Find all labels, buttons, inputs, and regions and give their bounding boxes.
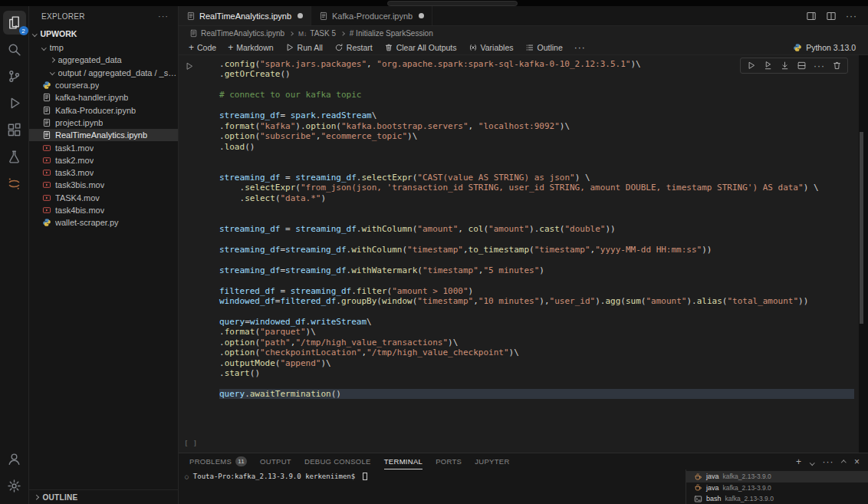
toolbar-more-button[interactable]: ··· <box>574 44 586 51</box>
file-tree-item[interactable]: task1.mov <box>29 141 178 153</box>
chevron-right-icon <box>50 58 54 62</box>
bash-icon <box>694 495 702 503</box>
file-tree-item[interactable]: project.ipynb <box>29 117 178 129</box>
delete-cell-icon[interactable] <box>832 61 842 71</box>
modified-dot-icon[interactable] <box>419 13 424 18</box>
panel-tab-terminal[interactable]: TERMINAL <box>384 453 422 469</box>
file-tree-item[interactable]: task2.mov <box>29 154 178 166</box>
run-all-button[interactable]: Run All <box>285 43 323 52</box>
file-name: task3.mov <box>55 168 94 177</box>
terminal-title: kafka_2.13-3.9.0 <box>723 473 771 480</box>
settings-icon[interactable] <box>3 474 26 498</box>
close-panel-icon[interactable]: × <box>854 458 860 466</box>
more-actions-icon[interactable]: ··· <box>814 62 825 70</box>
file-name: task2.mov <box>55 156 94 165</box>
kernel-picker[interactable]: Python 3.13.0 <box>793 43 868 52</box>
explorer-icon[interactable]: 2 <box>3 11 26 35</box>
file-name: task3bis.mov <box>55 180 104 189</box>
variables-button[interactable]: Variables <box>469 43 514 52</box>
editor-tab-bar: RealTimeAnalytics.ipynbKafka-Producer.ip… <box>179 6 868 26</box>
notebook-toolbar: +Code+MarkdownRun AllRestartClear All Ou… <box>179 41 868 55</box>
terminal-list: javakafka_2.13-3.9.0javakafka_2.13-3.9.0… <box>686 469 868 504</box>
file-tree-item[interactable]: RealTimeAnalytics.ipynb <box>29 129 178 141</box>
button-label: Markdown <box>236 43 273 52</box>
modified-dot-icon[interactable] <box>298 13 303 18</box>
split-editor-icon[interactable] <box>826 11 837 21</box>
file-tree-item[interactable]: task3bis.mov <box>29 179 178 191</box>
breadcrumb-label: TASK 5 <box>310 29 336 38</box>
launch-profile-icon[interactable] <box>810 456 814 467</box>
sidebar-more-icon[interactable]: ··· <box>158 12 169 21</box>
file-tree-item[interactable]: kafka-handler.ipynb <box>29 91 178 104</box>
maximize-panel-icon[interactable] <box>842 456 846 467</box>
terminal-process-name: java <box>706 473 719 480</box>
terminal[interactable]: ○ Touta-Pro:kafka_2.13-3.9.0 kerkeniimen… <box>179 469 686 504</box>
file-tree-item[interactable]: task3.mov <box>29 166 178 179</box>
workspace-header[interactable]: UPWORK <box>29 26 178 41</box>
panel-tab-output[interactable]: OUTPUT <box>260 453 291 469</box>
clear-all-outputs-button[interactable]: Clear All Outputs <box>384 43 457 52</box>
terminal-list-item[interactable]: javakafka_2.13-3.9.0 <box>686 471 868 483</box>
sidebar-header: EXPLORER ··· <box>29 6 178 26</box>
file-tree-item[interactable]: tmp <box>29 41 178 54</box>
panel-tab-label: JUPYTER <box>475 457 509 466</box>
outline-button[interactable]: Outline <box>525 43 563 52</box>
file-tree-item[interactable]: TASK4.mov <box>29 192 178 204</box>
code-line: query.awaitTermination() <box>219 389 854 399</box>
goto-icon[interactable] <box>780 61 790 71</box>
layout-icon[interactable] <box>806 11 817 21</box>
run-debug-icon[interactable] <box>3 91 26 115</box>
notebook-cell-editor: ··· .config("spark.jars.packages", "org.… <box>179 55 868 453</box>
markdown-cell-icon: M↓ <box>298 30 307 38</box>
restart-kernel-button[interactable]: Restart <box>334 43 373 52</box>
search-icon[interactable] <box>3 38 26 61</box>
file-tree-item[interactable]: coursera.py <box>29 79 178 91</box>
breadcrumb-item[interactable]: M↓TASK 5 <box>298 29 336 38</box>
breadcrumb-item[interactable]: # Initialize SparkSession <box>350 29 433 38</box>
run-cell-icon[interactable] <box>746 61 756 71</box>
file-name: coursera.py <box>55 81 99 90</box>
editor-tab[interactable]: Kafka-Producer.ipynb <box>311 6 432 25</box>
new-terminal-icon[interactable]: + <box>796 458 802 466</box>
add-markdown-cell-button[interactable]: +Markdown <box>228 43 273 52</box>
code-line: filtered_df = streaming_df.filter("amoun… <box>219 286 854 296</box>
split-cell-icon[interactable] <box>797 61 807 71</box>
testing-icon[interactable] <box>3 145 26 169</box>
command-center[interactable] <box>387 1 518 6</box>
shell-integration-icon: ○ <box>185 473 189 481</box>
file-name: kafka-handler.ipynb <box>55 93 128 102</box>
extensions-icon[interactable] <box>3 118 26 142</box>
panel-tab-problems[interactable]: PROBLEMS11 <box>189 453 247 469</box>
editor-scrollbar[interactable] <box>860 132 863 324</box>
notebook-file-icon <box>42 118 51 127</box>
run-below-icon[interactable] <box>763 61 773 71</box>
panel-tab-jupyter[interactable]: JUPYTER <box>475 453 509 469</box>
panel-tab-ports[interactable]: PORTS <box>436 453 462 469</box>
file-tree-item[interactable]: task4bis.mov <box>29 204 178 216</box>
add-code-cell-button[interactable]: +Code <box>189 43 216 52</box>
panel-tab-debug-console[interactable]: DEBUG CONSOLE <box>304 453 371 469</box>
notebook-icon <box>189 29 198 38</box>
restart-icon <box>334 43 344 52</box>
more-actions-icon[interactable]: ··· <box>846 12 857 20</box>
editor-tab[interactable]: RealTimeAnalytics.ipynb <box>179 6 311 25</box>
breadcrumb-item[interactable]: RealTimeAnalytics.ipynb <box>189 29 284 38</box>
outline-section-header[interactable]: OUTLINE <box>29 489 178 504</box>
workspace-label: UPWORK <box>41 29 77 38</box>
terminal-list-item[interactable]: javakafka_2.13-3.9.0 <box>686 483 868 494</box>
file-tree-item[interactable]: wallet-scraper.py <box>29 216 178 229</box>
code-line: streaming_df=streaming_df.withColumn("ti… <box>219 245 854 255</box>
more-actions-icon[interactable]: ··· <box>822 458 833 466</box>
code-area[interactable]: .config("spark.jars.packages", "org.apac… <box>179 59 854 399</box>
file-tree-item[interactable]: aggregated_data <box>29 54 178 66</box>
terminal-list-item[interactable]: bashkafka_2.13-3.9.0 <box>686 493 868 504</box>
code-line: .option("path","/tmp/high_value_transact… <box>219 338 854 348</box>
accounts-icon[interactable] <box>3 447 26 471</box>
file-tree-item[interactable]: output / aggregated_data / _spark... <box>29 67 178 79</box>
file-name: output / aggregated_data / _spark... <box>58 68 179 77</box>
file-tree-item[interactable]: Kafka-Producer.ipynb <box>29 104 178 116</box>
source-control-icon[interactable] <box>3 64 26 88</box>
jupyter-icon[interactable] <box>3 172 26 196</box>
cell-toolbar: ··· <box>740 58 848 74</box>
code-line: query=windowed_df.writeStream\ <box>219 317 854 327</box>
